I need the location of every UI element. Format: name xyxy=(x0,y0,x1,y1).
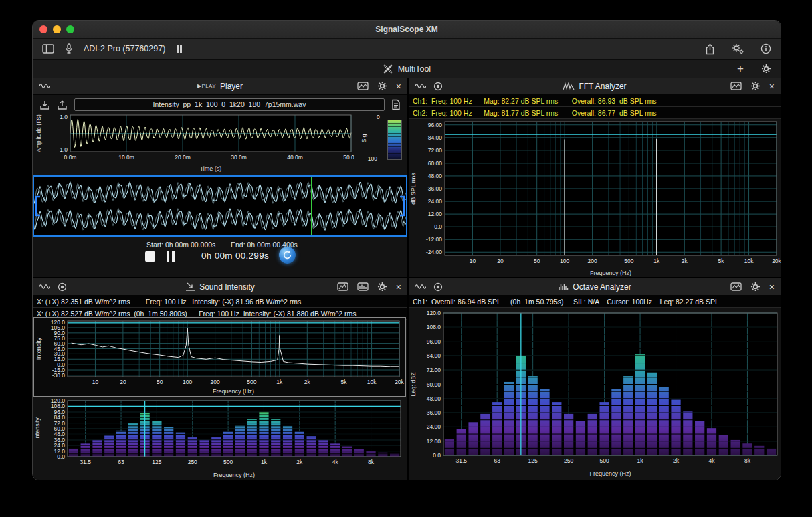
svg-text:120.0: 120.0 xyxy=(427,310,441,316)
svg-text:Amplitude (FS): Amplitude (FS) xyxy=(35,114,42,152)
sidebar-toggle-icon[interactable] xyxy=(42,44,54,54)
device-name[interactable]: ADI-2 Pro (57760297) xyxy=(84,44,165,54)
svg-text:2k: 2k xyxy=(673,457,680,464)
audio-filename-field[interactable]: Intensity_pp_1k_100_0_1k20_180_7p15mm.wa… xyxy=(74,98,385,111)
gear-icon[interactable] xyxy=(377,282,387,292)
octave-panel-title: Octave Analyzer xyxy=(573,282,631,292)
gear-icon[interactable] xyxy=(750,81,760,91)
multitool-icon xyxy=(383,64,393,74)
svg-text:84.00: 84.00 xyxy=(428,134,443,141)
display-options-icon[interactable] xyxy=(730,282,742,291)
octave-bars-icon xyxy=(558,282,569,291)
waveform-icon[interactable] xyxy=(39,82,50,90)
svg-text:10: 10 xyxy=(470,257,476,264)
selection-start-label: Start: 0h 00m 00.000s xyxy=(146,241,215,249)
svg-text:50: 50 xyxy=(534,257,540,264)
amplitude-time-plot[interactable]: 1.0-1.00.0m10.0m20.0m30.0m40.0m50.0mAmpl… xyxy=(34,112,354,173)
waveform-icon[interactable] xyxy=(415,82,426,90)
display-options-line-icon[interactable] xyxy=(337,282,348,291)
waveform-overview[interactable] xyxy=(33,175,407,237)
import-audio-icon[interactable] xyxy=(39,100,50,110)
svg-text:12.00: 12.00 xyxy=(427,438,441,445)
svg-text:100: 100 xyxy=(183,379,192,385)
svg-text:Frequency (Hz): Frequency (Hz) xyxy=(213,388,254,395)
gear-icon[interactable] xyxy=(761,64,771,74)
svg-text:72.00: 72.00 xyxy=(427,367,441,373)
svg-text:60.00: 60.00 xyxy=(428,160,443,167)
zoom-window-button[interactable] xyxy=(66,25,74,33)
share-icon[interactable] xyxy=(705,43,715,55)
svg-text:0.0: 0.0 xyxy=(433,452,441,459)
gear-icon[interactable] xyxy=(377,81,387,91)
close-icon[interactable]: × xyxy=(769,82,775,91)
svg-text:31.5: 31.5 xyxy=(455,457,467,464)
svg-text:Leq: dBZ: Leq: dBZ xyxy=(410,372,417,397)
svg-text:4k: 4k xyxy=(332,459,339,466)
svg-text:125: 125 xyxy=(528,457,538,464)
svg-text:200: 200 xyxy=(211,379,220,385)
svg-text:Intensity: Intensity xyxy=(34,417,41,440)
multitool-label: MultiTool xyxy=(398,64,431,74)
titlebar[interactable]: SignalScope XM xyxy=(33,21,781,39)
fft-analyzer-panel: FFT Analyzer × Ch1: Freq: 100 Hz Mag: 82… xyxy=(409,78,781,277)
svg-text:50.0m: 50.0m xyxy=(343,154,354,161)
svg-text:20k: 20k xyxy=(395,379,404,385)
svg-text:Time (s): Time (s) xyxy=(200,165,222,172)
record-icon[interactable] xyxy=(58,282,67,292)
intensity-spectrum-plot[interactable]: 1020501002005001k2k5k10k20k120.0105.090.… xyxy=(34,318,405,395)
file-details-icon[interactable] xyxy=(391,99,401,110)
octave-band-plot[interactable]: 31.5631252505001k2k4k8k120.0108.096.0084… xyxy=(409,309,781,478)
svg-text:-30.0: -30.0 xyxy=(52,372,66,379)
svg-text:50: 50 xyxy=(157,379,163,385)
export-audio-icon[interactable] xyxy=(57,100,68,110)
display-options-bar-icon[interactable] xyxy=(357,282,369,291)
close-window-button[interactable] xyxy=(39,25,47,33)
svg-text:-24.00: -24.00 xyxy=(426,249,442,255)
intensity-panel-header: Sound Intensity × xyxy=(33,278,407,296)
fft-panel-title: FFT Analyzer xyxy=(579,82,626,91)
svg-text:0.0m: 0.0m xyxy=(64,154,77,161)
gear-icon[interactable] xyxy=(750,282,760,292)
add-tool-icon[interactable]: + xyxy=(737,63,744,74)
svg-text:63: 63 xyxy=(494,457,500,464)
intensity-icon xyxy=(185,282,195,291)
microphone-icon[interactable] xyxy=(65,43,73,54)
pause-button[interactable] xyxy=(167,251,176,262)
pause-device-icon[interactable] xyxy=(176,45,183,54)
fft-spectrum-plot[interactable]: 1020501002005001k2k5k10k20k96.0084.0072.… xyxy=(409,118,781,277)
svg-text:20: 20 xyxy=(497,257,504,264)
player-panel-title: Player xyxy=(220,82,243,91)
svg-text:2k: 2k xyxy=(304,379,311,385)
stop-button[interactable] xyxy=(145,251,155,262)
display-options-icon[interactable] xyxy=(357,82,369,90)
fft-status-ch1: Ch1: Freq: 100 Hz Mag: 82.27 dB SPL rms … xyxy=(409,95,781,107)
close-icon[interactable]: × xyxy=(396,82,401,91)
svg-text:96.00: 96.00 xyxy=(427,338,441,345)
svg-text:30.0m: 30.0m xyxy=(231,154,247,161)
multitool-right-group: + xyxy=(737,60,771,78)
traffic-lights xyxy=(39,25,74,33)
close-icon[interactable]: × xyxy=(769,282,775,292)
spectrum-icon xyxy=(563,82,575,90)
record-icon[interactable] xyxy=(433,282,443,292)
fft-panel-header: FFT Analyzer × xyxy=(409,78,781,95)
settings-gears-icon[interactable] xyxy=(731,43,744,55)
svg-text:1k: 1k xyxy=(653,257,660,264)
svg-text:500: 500 xyxy=(599,457,609,464)
monitor-button[interactable] xyxy=(279,247,296,264)
close-icon[interactable]: × xyxy=(396,282,401,292)
waveform-icon[interactable] xyxy=(39,282,50,291)
svg-text:10: 10 xyxy=(92,379,99,385)
record-icon[interactable] xyxy=(433,82,443,91)
sound-intensity-panel: Sound Intensity × X: (+X) 82.351 dB W/m^… xyxy=(33,278,407,480)
svg-text:-12.00: -12.00 xyxy=(426,236,442,243)
info-icon[interactable] xyxy=(760,43,771,54)
svg-text:Frequency (Hz): Frequency (Hz) xyxy=(589,470,631,477)
waveform-icon[interactable] xyxy=(415,282,426,291)
display-options-icon[interactable] xyxy=(730,82,742,90)
signal-level-meter: 0 Sig -100 xyxy=(362,114,406,174)
minimize-window-button[interactable] xyxy=(53,25,61,33)
toolbar-right-group xyxy=(705,43,771,55)
intensity-octave-plot[interactable]: 31.5631252505001k2k4k8k120.0108.096.084.… xyxy=(33,399,407,479)
octave-status-line: Ch1: Overall: 86.94 dB SPL (0h 1m 50.795… xyxy=(409,296,781,308)
